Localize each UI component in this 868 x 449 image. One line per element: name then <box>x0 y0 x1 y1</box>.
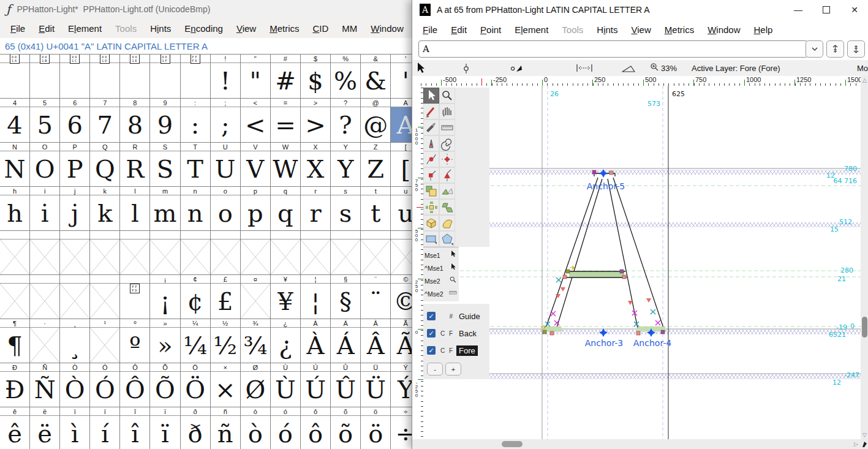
layer-name[interactable]: Guide <box>456 311 483 322</box>
glyph-cell[interactable]: 001D <box>90 55 120 99</box>
glyph-cell[interactable]: ½½ <box>211 319 241 363</box>
glyph-cell[interactable]: 66 <box>60 99 90 143</box>
glyph-cell[interactable]: OO <box>30 143 60 187</box>
glyph-cell[interactable]: ññ <box>211 407 241 449</box>
layer-flags[interactable]: C F <box>438 347 454 354</box>
glyph-cell[interactable]: ¾¾ <box>241 319 271 363</box>
glyph-cell[interactable] <box>60 231 90 275</box>
layer-flags[interactable]: # <box>438 313 454 320</box>
menu-item-edit[interactable]: Edit <box>32 23 61 34</box>
menu-item-mm[interactable]: MM <box>335 23 364 34</box>
glyph-cell[interactable]: ÓÓ <box>90 363 120 407</box>
scroll-up-icon[interactable]: △ <box>861 76 868 85</box>
glyph-cell[interactable]: õõ <box>331 407 361 449</box>
glyph-cell[interactable] <box>150 231 180 275</box>
mouse-binding-mod-mse2[interactable]: ^Mse2 <box>423 287 459 300</box>
glyph-cell[interactable]: ÛÛ <box>331 363 361 407</box>
glyph-cell[interactable]: << <box>241 99 271 143</box>
menu-item-element[interactable]: Element <box>61 23 108 34</box>
glyph-cell[interactable]: ii <box>30 187 60 231</box>
glyph-cell[interactable]: ÃÃ <box>391 319 412 363</box>
glyph-cell[interactable]: ;; <box>211 99 241 143</box>
menu-item-hints[interactable]: Hints <box>143 23 178 34</box>
glyph-cell[interactable]: »» <box>150 319 180 363</box>
glyph-cell[interactable]: !! <box>211 55 241 99</box>
glyph-cell[interactable]: VV <box>241 143 271 187</box>
tool-hvcurve-point[interactable] <box>439 151 455 167</box>
glyph-cell[interactable]: óó <box>271 407 301 449</box>
glyph-cell[interactable]: ¡¡ <box>150 275 180 319</box>
minimize-button[interactable]: — <box>784 0 812 20</box>
transform-icon[interactable] <box>510 64 524 73</box>
glyph-cell[interactable]: TT <box>181 143 211 187</box>
menu-item-file[interactable]: File <box>416 25 444 35</box>
layer-row-back[interactable]: ✓C FBack <box>427 325 489 342</box>
glyph-cell[interactable]: hh <box>0 187 30 231</box>
glyph-cell[interactable]: ## <box>271 55 301 99</box>
glyph-cell[interactable]: ×× <box>211 363 241 407</box>
point-info-icon[interactable] <box>462 64 470 74</box>
tool-warp[interactable] <box>439 215 455 231</box>
scroll-down-icon[interactable]: ▽ <box>861 431 868 439</box>
glyph-cell[interactable] <box>361 231 391 275</box>
glyph-cell[interactable]: uu <box>391 187 412 231</box>
menu-item-hints[interactable]: Hints <box>590 25 624 35</box>
glyph-cell[interactable]: 001C <box>60 55 90 99</box>
layer-name[interactable]: Back <box>456 328 479 339</box>
glyph-cell[interactable]: ¤ <box>241 275 271 319</box>
glyph-cell[interactable]: ØØ <box>241 363 271 407</box>
glyph-cell[interactable]: ll <box>120 187 150 231</box>
menu-item-view[interactable]: View <box>230 23 263 34</box>
vertical-scroll-thumb[interactable] <box>862 317 867 338</box>
menu-item-view[interactable]: View <box>625 25 658 35</box>
tool-corner-point[interactable] <box>423 167 439 183</box>
glyph-cell[interactable] <box>60 275 90 319</box>
glyph-cell[interactable]: 55 <box>30 99 60 143</box>
menu-item-file[interactable]: File <box>4 23 32 34</box>
pointer-tool-icon[interactable] <box>416 62 426 74</box>
glyph-cell[interactable]: ÒÒ <box>60 363 90 407</box>
menu-item-metrics[interactable]: Metrics <box>658 25 701 35</box>
glyph-cell[interactable]: êê <box>0 407 30 449</box>
vertical-scrollbar[interactable]: △ ▽ <box>861 76 868 439</box>
layer-row-guide[interactable]: ✓#Guide <box>427 308 489 325</box>
glyph-cell[interactable]: ÁÁ <box>331 319 361 363</box>
tool-polygon[interactable] <box>439 231 455 247</box>
glyph-cell[interactable]: 99 <box>150 99 180 143</box>
glyph-cell[interactable]: mm <box>150 187 180 231</box>
glyph-cell[interactable]: îî <box>120 407 150 449</box>
glyph-cell[interactable]: ÐÐ <box>0 363 30 407</box>
tool-rectangle[interactable] <box>423 231 439 247</box>
glyph-cell[interactable]: 001B <box>30 55 60 99</box>
next-glyph-button[interactable] <box>847 40 865 58</box>
glyph-cell[interactable]: XX <box>301 143 331 187</box>
anchor-label[interactable]: Anchor-5 <box>587 181 625 191</box>
glyph-cell[interactable]: 001E <box>120 55 150 99</box>
tool-ruler[interactable] <box>439 119 455 135</box>
glyph-cell[interactable]: [[ <box>391 143 412 187</box>
glyph-cell[interactable]: 44 <box>0 99 30 143</box>
mouse-binding-mse1[interactable]: Mse1 <box>423 249 459 262</box>
glyph-cell[interactable]: :: <box>181 99 211 143</box>
menu-item-cid[interactable]: CID <box>306 23 336 34</box>
menu-item-window[interactable]: Window <box>701 25 747 35</box>
glyph-cell[interactable]: @@ <box>361 99 391 143</box>
close-button[interactable]: ✕ <box>840 0 868 20</box>
glyph-cell[interactable]: ïï <box>150 407 180 449</box>
tool-rotate[interactable] <box>423 199 439 215</box>
tool-pointer[interactable] <box>423 88 439 104</box>
menu-item-element[interactable]: Element <box>508 25 555 35</box>
glyph-cell[interactable]: tt <box>361 187 391 231</box>
glyph-cell[interactable]: ¶¶ <box>0 319 30 363</box>
layer-visible-checkbox[interactable]: ✓ <box>427 329 436 338</box>
glyph-cell[interactable]: ºº <box>120 319 150 363</box>
tool-curve-point[interactable] <box>423 151 439 167</box>
tool-skew[interactable] <box>439 199 455 215</box>
tool-freehand[interactable] <box>423 104 439 119</box>
layer-row-fore[interactable]: ✓C FFore <box>427 342 489 359</box>
menu-item-encoding[interactable]: Encoding <box>178 23 230 34</box>
glyph-cell[interactable]: íí <box>90 407 120 449</box>
menu-item-tools[interactable]: Tools <box>108 23 143 34</box>
glyph-cell[interactable]: && <box>361 55 391 99</box>
glyph-cell[interactable] <box>0 231 30 275</box>
